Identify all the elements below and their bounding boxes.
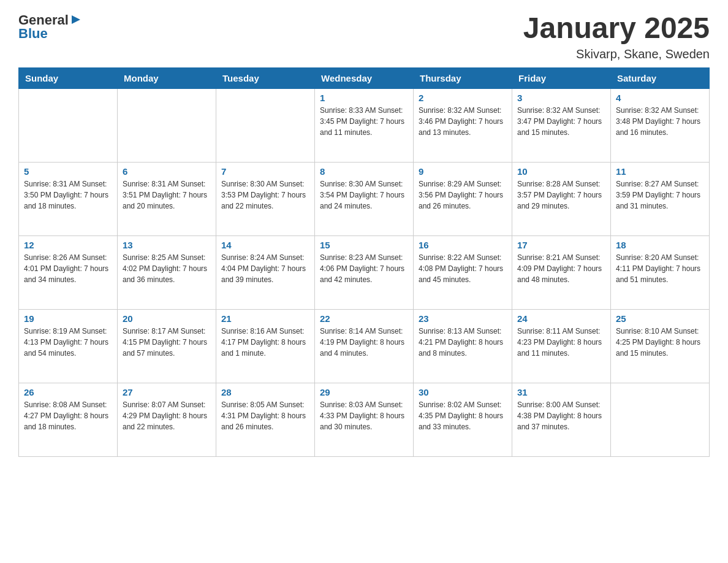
day-info: Sunrise: 8:16 AM Sunset: 4:17 PM Dayligh…	[221, 326, 309, 359]
day-info: Sunrise: 8:31 AM Sunset: 3:51 PM Dayligh…	[123, 178, 211, 212]
day-info: Sunrise: 8:17 AM Sunset: 4:15 PM Dayligh…	[123, 326, 211, 359]
calendar-week-2: 12Sunrise: 8:26 AM Sunset: 4:01 PM Dayli…	[19, 236, 710, 309]
day-number: 10	[517, 166, 605, 177]
calendar-cell: 6Sunrise: 8:31 AM Sunset: 3:51 PM Daylig…	[118, 162, 216, 236]
day-number: 7	[221, 166, 309, 177]
day-number: 1	[320, 93, 408, 103]
header-cell-saturday: Saturday	[611, 67, 710, 88]
header-cell-wednesday: Wednesday	[315, 67, 414, 88]
calendar-week-3: 19Sunrise: 8:19 AM Sunset: 4:13 PM Dayli…	[19, 309, 710, 383]
calendar-cell: 15Sunrise: 8:23 AM Sunset: 4:06 PM Dayli…	[315, 236, 414, 309]
day-number: 22	[320, 313, 408, 324]
calendar-body: 1Sunrise: 8:33 AM Sunset: 3:45 PM Daylig…	[19, 88, 710, 456]
calendar-cell: 8Sunrise: 8:30 AM Sunset: 3:54 PM Daylig…	[315, 162, 414, 236]
calendar-cell: 21Sunrise: 8:16 AM Sunset: 4:17 PM Dayli…	[216, 309, 315, 383]
day-info: Sunrise: 8:00 AM Sunset: 4:38 PM Dayligh…	[517, 399, 605, 432]
day-number: 14	[221, 240, 309, 250]
calendar-cell	[216, 88, 315, 162]
svg-marker-0	[72, 15, 80, 24]
day-info: Sunrise: 8:30 AM Sunset: 3:54 PM Dayligh…	[320, 178, 408, 212]
day-info: Sunrise: 8:25 AM Sunset: 4:02 PM Dayligh…	[123, 252, 211, 285]
day-info: Sunrise: 8:23 AM Sunset: 4:06 PM Dayligh…	[320, 252, 408, 285]
logo: General Blue	[18, 12, 82, 42]
day-info: Sunrise: 8:24 AM Sunset: 4:04 PM Dayligh…	[221, 252, 309, 285]
day-number: 8	[320, 166, 408, 177]
day-number: 23	[419, 313, 507, 324]
logo-blue-text: Blue	[18, 26, 48, 42]
day-info: Sunrise: 8:22 AM Sunset: 4:08 PM Dayligh…	[419, 252, 507, 285]
day-number: 24	[517, 313, 605, 324]
calendar-week-4: 26Sunrise: 8:08 AM Sunset: 4:27 PM Dayli…	[19, 383, 710, 456]
day-info: Sunrise: 8:32 AM Sunset: 3:46 PM Dayligh…	[419, 105, 507, 138]
calendar-cell: 10Sunrise: 8:28 AM Sunset: 3:57 PM Dayli…	[512, 162, 611, 236]
calendar-cell: 22Sunrise: 8:14 AM Sunset: 4:19 PM Dayli…	[315, 309, 414, 383]
day-info: Sunrise: 8:20 AM Sunset: 4:11 PM Dayligh…	[616, 252, 704, 285]
day-info: Sunrise: 8:27 AM Sunset: 3:59 PM Dayligh…	[616, 178, 704, 212]
calendar-cell: 18Sunrise: 8:20 AM Sunset: 4:11 PM Dayli…	[611, 236, 710, 309]
day-number: 25	[616, 313, 704, 324]
day-info: Sunrise: 8:30 AM Sunset: 3:53 PM Dayligh…	[221, 178, 309, 212]
day-number: 16	[419, 240, 507, 250]
day-info: Sunrise: 8:07 AM Sunset: 4:29 PM Dayligh…	[123, 399, 211, 432]
header-cell-sunday: Sunday	[19, 67, 118, 88]
calendar-cell	[19, 88, 118, 162]
day-number: 21	[221, 313, 309, 324]
calendar-title: January 2025	[523, 12, 710, 45]
calendar-cell: 24Sunrise: 8:11 AM Sunset: 4:23 PM Dayli…	[512, 309, 611, 383]
day-number: 4	[616, 93, 704, 103]
header-cell-thursday: Thursday	[414, 67, 512, 88]
calendar-cell: 9Sunrise: 8:29 AM Sunset: 3:56 PM Daylig…	[414, 162, 512, 236]
calendar-cell: 19Sunrise: 8:19 AM Sunset: 4:13 PM Dayli…	[19, 309, 118, 383]
day-number: 11	[616, 166, 704, 177]
calendar-table: SundayMondayTuesdayWednesdayThursdayFrid…	[18, 67, 710, 457]
day-info: Sunrise: 8:05 AM Sunset: 4:31 PM Dayligh…	[221, 399, 309, 432]
day-number: 2	[419, 93, 507, 103]
logo-arrow-icon	[70, 14, 82, 28]
day-number: 30	[419, 387, 507, 397]
calendar-cell: 3Sunrise: 8:32 AM Sunset: 3:47 PM Daylig…	[512, 88, 611, 162]
day-number: 20	[123, 313, 211, 324]
day-info: Sunrise: 8:03 AM Sunset: 4:33 PM Dayligh…	[320, 399, 408, 432]
calendar-cell: 14Sunrise: 8:24 AM Sunset: 4:04 PM Dayli…	[216, 236, 315, 309]
day-number: 28	[221, 387, 309, 397]
day-info: Sunrise: 8:10 AM Sunset: 4:25 PM Dayligh…	[616, 326, 704, 359]
calendar-cell: 17Sunrise: 8:21 AM Sunset: 4:09 PM Dayli…	[512, 236, 611, 309]
calendar-cell: 23Sunrise: 8:13 AM Sunset: 4:21 PM Dayli…	[414, 309, 512, 383]
calendar-cell: 28Sunrise: 8:05 AM Sunset: 4:31 PM Dayli…	[216, 383, 315, 456]
day-info: Sunrise: 8:19 AM Sunset: 4:13 PM Dayligh…	[24, 326, 112, 359]
calendar-cell: 25Sunrise: 8:10 AM Sunset: 4:25 PM Dayli…	[611, 309, 710, 383]
day-info: Sunrise: 8:13 AM Sunset: 4:21 PM Dayligh…	[419, 326, 507, 359]
calendar-header: SundayMondayTuesdayWednesdayThursdayFrid…	[19, 67, 710, 88]
day-info: Sunrise: 8:32 AM Sunset: 3:48 PM Dayligh…	[616, 105, 704, 138]
calendar-cell: 12Sunrise: 8:26 AM Sunset: 4:01 PM Dayli…	[19, 236, 118, 309]
day-number: 3	[517, 93, 605, 103]
day-info: Sunrise: 8:26 AM Sunset: 4:01 PM Dayligh…	[24, 252, 112, 285]
title-block: January 2025 Skivarp, Skane, Sweden	[523, 12, 710, 61]
calendar-cell: 27Sunrise: 8:07 AM Sunset: 4:29 PM Dayli…	[118, 383, 216, 456]
calendar-cell: 5Sunrise: 8:31 AM Sunset: 3:50 PM Daylig…	[19, 162, 118, 236]
calendar-cell	[611, 383, 710, 456]
calendar-cell: 31Sunrise: 8:00 AM Sunset: 4:38 PM Dayli…	[512, 383, 611, 456]
day-number: 6	[123, 166, 211, 177]
day-number: 18	[616, 240, 704, 250]
day-info: Sunrise: 8:32 AM Sunset: 3:47 PM Dayligh…	[517, 105, 605, 138]
calendar-cell: 30Sunrise: 8:02 AM Sunset: 4:35 PM Dayli…	[414, 383, 512, 456]
calendar-cell	[118, 88, 216, 162]
day-info: Sunrise: 8:14 AM Sunset: 4:19 PM Dayligh…	[320, 326, 408, 359]
day-info: Sunrise: 8:02 AM Sunset: 4:35 PM Dayligh…	[419, 399, 507, 432]
day-info: Sunrise: 8:08 AM Sunset: 4:27 PM Dayligh…	[24, 399, 112, 432]
calendar-cell: 2Sunrise: 8:32 AM Sunset: 3:46 PM Daylig…	[414, 88, 512, 162]
day-info: Sunrise: 8:33 AM Sunset: 3:45 PM Dayligh…	[320, 105, 408, 138]
day-number: 15	[320, 240, 408, 250]
header-row: SundayMondayTuesdayWednesdayThursdayFrid…	[19, 67, 710, 88]
day-number: 29	[320, 387, 408, 397]
calendar-cell: 1Sunrise: 8:33 AM Sunset: 3:45 PM Daylig…	[315, 88, 414, 162]
day-number: 5	[24, 166, 112, 177]
calendar-cell: 4Sunrise: 8:32 AM Sunset: 3:48 PM Daylig…	[611, 88, 710, 162]
day-info: Sunrise: 8:21 AM Sunset: 4:09 PM Dayligh…	[517, 252, 605, 285]
day-number: 26	[24, 387, 112, 397]
calendar-cell: 20Sunrise: 8:17 AM Sunset: 4:15 PM Dayli…	[118, 309, 216, 383]
calendar-subtitle: Skivarp, Skane, Sweden	[523, 47, 710, 61]
calendar-week-0: 1Sunrise: 8:33 AM Sunset: 3:45 PM Daylig…	[19, 88, 710, 162]
day-number: 27	[123, 387, 211, 397]
